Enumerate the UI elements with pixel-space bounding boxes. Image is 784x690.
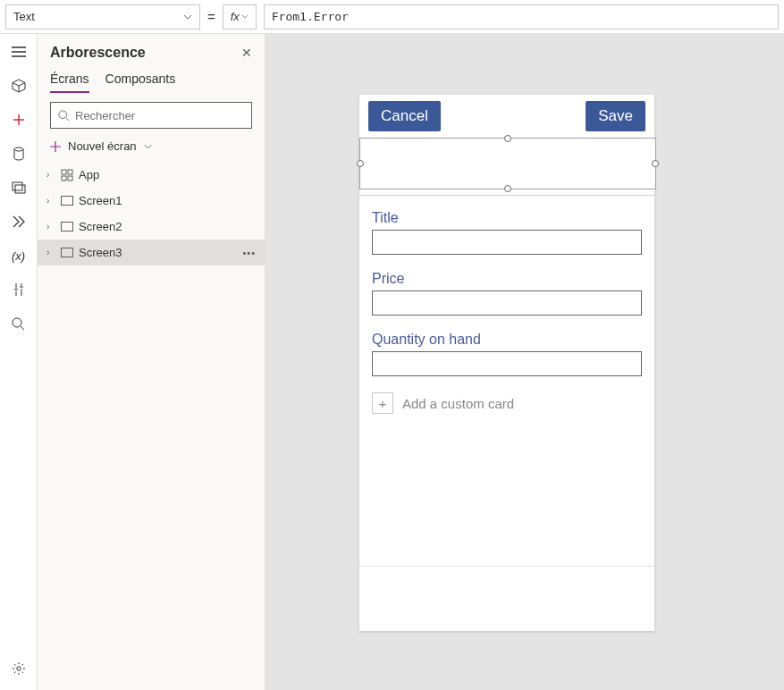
resize-handle-top[interactable] [504, 135, 511, 142]
plus-icon [50, 141, 61, 152]
new-screen-label: Nouvel écran [68, 139, 137, 153]
formula-input[interactable] [264, 4, 779, 29]
tree-view-icon[interactable] [10, 77, 28, 95]
fx-label: fx [231, 10, 240, 23]
tab-screens[interactable]: Écrans [50, 66, 89, 93]
svg-rect-6 [68, 170, 72, 174]
search-input[interactable] [75, 109, 244, 122]
svg-rect-8 [68, 176, 72, 181]
cancel-button[interactable]: Cancel [368, 101, 441, 131]
tree-title: Arborescence [50, 45, 146, 61]
svg-rect-0 [13, 182, 22, 190]
canvas[interactable]: Cancel Save Title Price Quant [266, 34, 784, 690]
chevron-down-icon [183, 14, 192, 20]
svg-rect-11 [62, 248, 73, 257]
chevron-right-icon: › [46, 248, 55, 257]
variables-icon[interactable]: (x) [10, 247, 28, 265]
search-icon [58, 110, 70, 122]
phone-screen: Cancel Save Title Price Quant [359, 95, 654, 631]
tree-item-label: Screen1 [79, 194, 122, 207]
tree-item-screen2[interactable]: › Screen2 [38, 214, 265, 240]
tree-items: › App › Screen1 › Screen2 › Screen3 ••• [38, 162, 265, 265]
tree-panel: Arborescence ✕ Écrans Composants Nouvel … [38, 34, 266, 690]
screen-icon [61, 222, 73, 231]
svg-point-4 [59, 110, 67, 118]
add-custom-card[interactable]: + Add a custom card [372, 392, 642, 414]
property-name: Text [13, 10, 35, 23]
card-quantity[interactable]: Quantity on hand [372, 332, 642, 376]
media-icon[interactable] [10, 179, 28, 197]
more-icon[interactable]: ••• [242, 248, 256, 258]
title-input[interactable] [372, 230, 642, 255]
app-bar: Cancel Save [359, 95, 654, 138]
property-selector[interactable]: Text [5, 4, 200, 29]
close-icon[interactable]: ✕ [241, 46, 252, 60]
card-price[interactable]: Price [372, 271, 642, 316]
svg-rect-9 [62, 197, 73, 206]
svg-rect-7 [62, 176, 66, 181]
svg-point-2 [13, 318, 21, 327]
formula-bar: Text = fx [0, 0, 784, 34]
chevron-right-icon: › [46, 222, 55, 231]
plus-icon: + [372, 392, 393, 414]
new-screen-button[interactable]: Nouvel écran [38, 136, 265, 162]
form-area: Title Price Quantity on hand + Add a cus… [359, 195, 654, 631]
power-automate-icon[interactable] [10, 213, 28, 231]
left-rail: (x) [0, 34, 38, 690]
screen-icon [61, 248, 73, 257]
advanced-tools-icon[interactable] [10, 281, 28, 299]
price-input[interactable] [372, 290, 642, 316]
card-title[interactable]: Title [372, 210, 642, 255]
tree-item-label: Screen2 [79, 220, 122, 233]
main-layout: (x) Arborescence ✕ Écrans Composants Nou… [0, 34, 784, 690]
chevron-down-icon [144, 144, 152, 149]
tree-item-screen3[interactable]: › Screen3 ••• [38, 240, 265, 265]
tree-header: Arborescence ✕ [38, 34, 265, 66]
svg-point-3 [16, 667, 20, 670]
fx-button[interactable]: fx [223, 4, 257, 29]
form-divider [359, 566, 654, 567]
hamburger-icon[interactable] [10, 43, 28, 61]
resize-handle-left[interactable] [357, 160, 364, 167]
card-label: Title [372, 210, 642, 226]
app-icon [61, 169, 73, 181]
tree-item-app[interactable]: › App [38, 162, 265, 188]
insert-icon[interactable] [10, 111, 28, 129]
tab-components[interactable]: Composants [105, 66, 176, 93]
quantity-input[interactable] [372, 351, 642, 376]
settings-icon[interactable] [10, 660, 28, 677]
svg-rect-5 [62, 170, 66, 174]
chevron-right-icon: › [46, 196, 55, 206]
resize-handle-bottom[interactable] [504, 185, 511, 192]
equals-label: = [207, 9, 215, 24]
tree-item-screen1[interactable]: › Screen1 [38, 188, 265, 214]
selected-text-control[interactable] [359, 138, 656, 189]
svg-rect-1 [15, 185, 25, 193]
resize-handle-right[interactable] [652, 160, 659, 167]
save-button[interactable]: Save [586, 101, 645, 131]
search-box[interactable] [50, 102, 252, 129]
search-icon[interactable] [10, 315, 28, 332]
card-label: Quantity on hand [372, 332, 642, 348]
chevron-right-icon: › [46, 170, 55, 180]
svg-rect-10 [62, 223, 73, 231]
screen-icon [61, 196, 73, 206]
add-card-label: Add a custom card [402, 396, 514, 411]
card-label: Price [372, 271, 642, 287]
tree-item-label: App [79, 168, 99, 181]
tree-tabs: Écrans Composants [38, 66, 265, 93]
data-icon[interactable] [10, 145, 28, 163]
tree-item-label: Screen3 [79, 246, 122, 259]
